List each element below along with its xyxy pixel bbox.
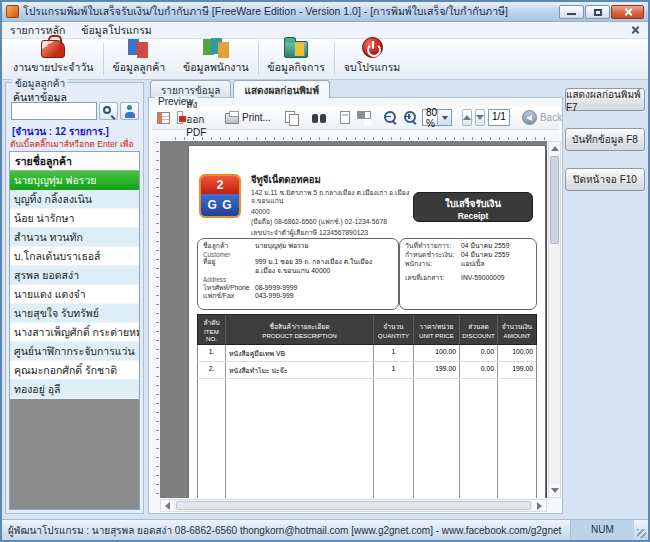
item-no: 1. [198, 345, 226, 361]
exit-power-icon [362, 37, 383, 58]
col-discount-en: DISCOUNT [461, 332, 496, 339]
zoom-out-button[interactable] [382, 110, 399, 125]
customer-row[interactable]: น้อย น่ารักษา [10, 209, 139, 228]
multi-page-icon [357, 111, 370, 124]
col-description-en: PRODUCT DESCRIPTION [227, 332, 372, 339]
main-toolbar: งานขายประจำวัน ข้อมูลลูกค้า ข้อมูลพนักงา… [2, 39, 648, 80]
customer-name: นายบุญทุ่ม พ่อรวย [255, 242, 308, 251]
mdi-close-button[interactable] [626, 23, 644, 37]
next-page-button[interactable] [475, 109, 485, 126]
customer-row[interactable]: นายแดง แดงจ๋า [10, 285, 139, 304]
back-button[interactable]: Back [520, 109, 564, 126]
status-bar: ผู้พัฒนาโปรแกรม : นายสุรพล ยอดสง่า 08-68… [2, 519, 648, 540]
scroll-right-button[interactable] [533, 500, 546, 511]
resize-grip[interactable] [634, 520, 648, 540]
col-unitprice-th: ราคา/หน่วย [415, 321, 458, 332]
vertical-scrollbar[interactable] [548, 141, 561, 498]
zoom-level-value: 80 % [423, 107, 437, 129]
preview-groupbox: Preview ส่งออก PDF Print... [148, 97, 563, 514]
export-pdf-button[interactable]: ส่งออก PDF [175, 96, 213, 139]
customer-row[interactable]: ศูนย์นาฬิกากระจับการแว่น [10, 342, 139, 361]
print-preview-button[interactable]: แสดงผลก่อนพิมพ์ F7 [565, 88, 645, 111]
item-amount: 100.00 [498, 345, 536, 361]
customer-row[interactable]: คุณมะกอกศักดิ์ รักชาติ [10, 361, 139, 380]
close-icon [631, 26, 640, 35]
customer-row[interactable]: นางสาวเพ็ญศักดิ์ กระด่ายหมายจันทร์ [10, 323, 139, 342]
search-row [11, 102, 139, 121]
toolbar-button-employees[interactable]: ข้อมูลพนักงาน [174, 40, 258, 78]
company-logo: 2 G G [199, 174, 241, 218]
customer-row[interactable]: สุรพล ยอดสง่า [10, 266, 139, 285]
search-button[interactable] [99, 102, 118, 120]
col-quantity-en: QUANTITY [375, 332, 412, 339]
toolbar-button-customers[interactable]: ข้อมูลลูกค้า [104, 40, 175, 78]
export-pdf-label: ส่งออก PDF [186, 97, 211, 138]
multi-page-view-button[interactable] [355, 110, 372, 125]
customer-row[interactable]: นายสุขใจ รับทรัพย์ [10, 304, 139, 323]
tab-print-preview[interactable]: แสดงผลก่อนพิมพ์ [233, 80, 330, 98]
menu-item-program-info[interactable]: ข้อมูลโปรแกรม [73, 21, 159, 40]
save-data-button[interactable]: บันทึกข้อมูล F8 [565, 128, 645, 151]
company-phone: (มือถือ) 08-6862-6560 (แฟกซ์.) 02-1234-5… [251, 218, 431, 226]
find-button[interactable] [310, 111, 328, 125]
maximize-button[interactable] [585, 5, 610, 19]
zoom-in-button[interactable] [402, 110, 419, 125]
arrow-left-icon [165, 502, 170, 510]
customer-panel: ข้อมูลลูกค้า ค้นหาข้อมูล [จำนวน : 12 ราย… [5, 82, 144, 514]
horizontal-scrollbar[interactable] [160, 499, 547, 512]
title-bar: โปรแกรมพิมพ์ใบเสร็จรับเงิน/ใบกำกับภาษี [… [2, 2, 648, 22]
developer-info: ผู้พัฒนาโปรแกรม : นายสุรพล ยอดสง่า 08-68… [2, 523, 570, 538]
item-row: 1. หนังสือคู่มือเทพ VB 1 100.00 0.00 100… [197, 345, 537, 362]
customer-list-header: รายชื่อลูกค้า [10, 152, 139, 171]
doc-date-label: วันที่ทำรายการ: [405, 242, 461, 251]
single-page-view-button[interactable] [338, 110, 352, 125]
horizontal-scroll-thumb[interactable] [176, 501, 531, 510]
vertical-scroll-thumb[interactable] [550, 156, 559, 244]
grid-icon [157, 112, 170, 124]
toolbar-button-daily-sales[interactable]: งานขายประจำวัน [4, 40, 103, 78]
company-info: จีทูจีเน็ตดอทคอม 142 ม.11 ซ.มิตรภาพ 5 ถ.… [251, 172, 431, 237]
minimize-icon [567, 13, 576, 15]
item-unit-price: 100.00 [414, 345, 460, 361]
arrow-down-icon [551, 488, 559, 493]
customer-lookup-button[interactable] [120, 102, 139, 120]
company-taxid: เลขประจำตัวผู้เสียภาษี 1234567890123 [251, 229, 431, 237]
previous-page-button[interactable] [462, 109, 472, 126]
scroll-up-button[interactable] [549, 142, 560, 155]
item-row: 2. หนังสือทำไมะ น่ะจ๊ะ 1 199.00 0.00 199… [197, 362, 537, 379]
print-button[interactable]: Print... [223, 110, 273, 125]
toolbar-button-exit[interactable]: จบโปรแกรม [335, 40, 409, 78]
customer-row[interactable]: สำนวน ทวนทัก [10, 228, 139, 247]
search-input[interactable] [11, 102, 97, 120]
doc-number-label: เลขที่เอกสาร: [405, 274, 461, 283]
scroll-down-button[interactable] [549, 484, 560, 497]
copy-button[interactable] [283, 110, 300, 125]
customer-row[interactable]: บ.โกลเด้นบราเธอส์ [10, 247, 139, 266]
app-icon [6, 5, 19, 18]
page-number-field[interactable]: 1/1 [488, 109, 510, 126]
close-screen-button[interactable]: ปิดหน้าจอ F10 [565, 168, 645, 191]
num-lock-indicator: NUM [570, 520, 634, 540]
toolbar-label: ข้อมูลพนักงาน [183, 59, 249, 76]
zoom-level-select[interactable]: 80 % [422, 109, 452, 126]
customer-row[interactable]: บุญทิ้ง กลิ้งลงเนิน [10, 190, 139, 209]
toolbar-button-company[interactable]: ข้อมูลกิจการ [259, 40, 334, 78]
scroll-left-button[interactable] [161, 500, 174, 511]
badge-title: ใบเสร็จรับเงิน [414, 196, 532, 211]
doc-due: 04 มีนาคม 2559 [461, 251, 509, 260]
minimize-button[interactable] [559, 5, 584, 19]
doc-employee: แอปเปิ้ล [461, 260, 485, 269]
dropdown-button[interactable] [437, 110, 451, 125]
preview-viewport[interactable]: 2 G G จีทูจีเน็ตดอทคอม 142 ม.11 ซ.มิตรภา… [160, 141, 547, 498]
export-excel-button[interactable] [155, 111, 172, 125]
col-amount-th: จำนวนเงิน [499, 321, 535, 332]
customer-row[interactable]: ทองอยู่ อุลี [10, 380, 139, 399]
logo-top: 2 [201, 176, 239, 194]
item-quantity: 1 [374, 345, 414, 361]
customer-row[interactable]: นายบุญทุ่ม พ่อรวย [10, 171, 139, 190]
close-button[interactable] [611, 5, 644, 19]
single-page-icon [340, 111, 350, 124]
customer-address: 999 ม.1 ซอย 39 ถ. กลางเมือง ต.ในเมือง อ.… [255, 258, 393, 276]
app-window: โปรแกรมพิมพ์ใบเสร็จรับเงิน/ใบกำกับภาษี [… [0, 0, 650, 542]
customer-name-label: ชื่อลูกค้า [203, 242, 255, 251]
